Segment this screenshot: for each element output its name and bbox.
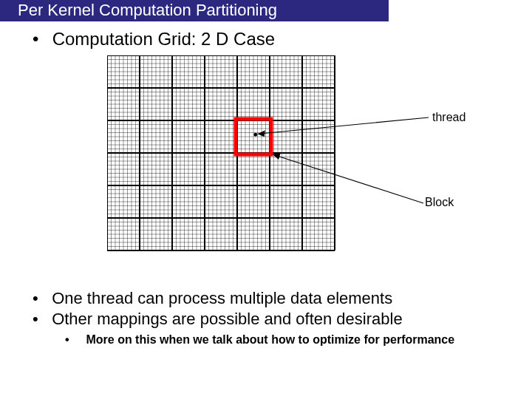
heading-level1: • Computation Grid: 2 D Case (33, 29, 532, 50)
bullet-dot: • (33, 289, 47, 308)
svg-marker-121 (258, 130, 265, 137)
slide-title-bar: Per Kernel Computation Partitioning (0, 0, 389, 21)
bullet-text: One thread can process multiple data ele… (52, 289, 392, 307)
sub-bullet-item: • More on this when we talk about how to… (65, 333, 532, 347)
bullet-dot: • (33, 29, 47, 50)
bullet-dot: • (33, 310, 47, 329)
slide-title: Per Kernel Computation Partitioning (18, 1, 277, 19)
label-block: Block (425, 196, 454, 209)
bullet-item-2: • Other mappings are possible and often … (33, 310, 532, 329)
thread-dot (253, 133, 257, 137)
block-arrow (273, 154, 423, 203)
label-thread: thread (432, 111, 466, 124)
bullet-item-1: • One thread can process multiple data e… (33, 289, 532, 308)
bullet-dot: • (65, 333, 83, 347)
bullet-list: • One thread can process multiple data e… (22, 289, 532, 347)
heading-text: Computation Grid: 2 D Case (52, 29, 275, 49)
sub-bullet-text: More on this when we talk about how to o… (86, 333, 454, 346)
grid-diagram: thread Block (107, 55, 514, 277)
bullet-text: Other mappings are possible and often de… (52, 310, 403, 328)
grid-svg (107, 55, 514, 277)
